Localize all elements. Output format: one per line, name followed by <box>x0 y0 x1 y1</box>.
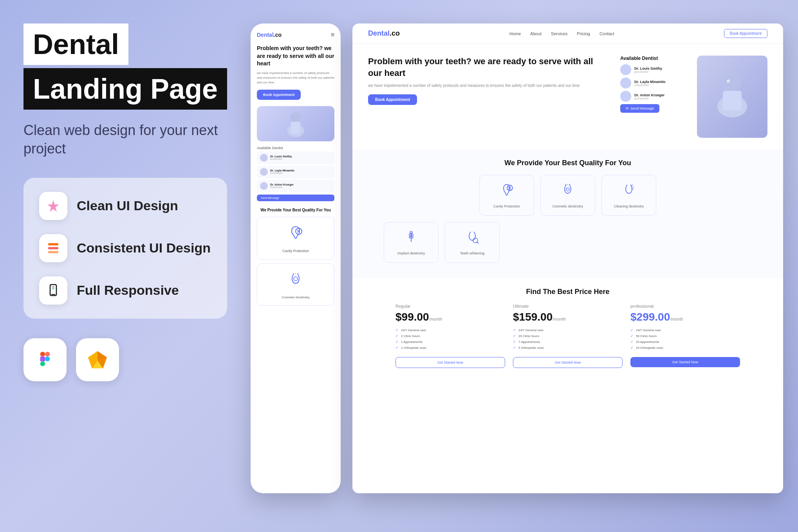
desk-service-cavity: Cavity Protection <box>479 175 534 216</box>
desk-price-amount-ultimate: $159.00/month <box>513 311 623 323</box>
svg-rect-10 <box>40 356 45 361</box>
desk-get-btn-regular[interactable]: Get Started Now <box>395 357 505 368</box>
left-section: Dental Landing Page Clean web design for… <box>23 23 251 381</box>
desk-service-whitening: Teeth whitening <box>445 222 500 263</box>
desk-feature-2-4: ✓5 Orthopedic scan <box>513 346 623 350</box>
tool-icons <box>23 338 251 381</box>
desk-doc-row-2: Dr. Layla Minamito orthodontist <box>620 78 691 88</box>
desk-price-row: Regular $99.00/month ✓24/7 General care … <box>368 304 767 368</box>
desk-quality-title: We Provide Your Best Quality For You <box>368 159 767 167</box>
desk-doc-info-3: Dr. Anton Krueger periodontist <box>634 93 664 100</box>
desk-hero: Problem with your teeth? we are ready to… <box>352 44 783 150</box>
svg-rect-8 <box>40 352 45 356</box>
svg-rect-7 <box>52 289 54 289</box>
mob-book-btn[interactable]: Book Appointment <box>257 90 301 100</box>
desk-price-professional: professional $299.00/month ✓24/7 General… <box>630 304 740 368</box>
desk-feature-3-2: ✓50 Clinic hours <box>630 334 740 338</box>
features-card: Clean UI Design Consistent UI Design <box>23 178 227 319</box>
desk-feature-1-1: ✓24/7 General care <box>395 328 505 332</box>
desk-service-cleaning: Cleaning destinstry <box>601 175 656 216</box>
desk-hero-right: Available Dentist Dr. Louis Smithy perio… <box>620 56 767 138</box>
sketch-icon-box <box>76 338 119 381</box>
svg-point-23 <box>294 277 298 281</box>
desk-book-btn[interactable]: Book Appointment <box>368 94 417 105</box>
mob-doc-info-1: Dr. Louis Smithy periodontist <box>270 155 292 160</box>
mob-doc-info-2: Dr. Layla Minamito orthodontist <box>270 169 294 174</box>
svg-rect-1 <box>48 247 58 249</box>
desk-cavity-icon <box>499 182 515 201</box>
mob-send-btn[interactable]: Send Message <box>257 195 334 201</box>
desk-quality-section: We Provide Your Best Quality For You Cav… <box>352 150 783 278</box>
desk-nav-links: Home About Services Pricing Contact <box>509 31 614 36</box>
desk-send-btn[interactable]: ✉ Send Message <box>620 104 659 113</box>
svg-rect-5 <box>52 286 54 287</box>
mob-cavity-icon <box>286 224 305 246</box>
desk-feature-3-3: ✓23 Appointments <box>630 340 740 344</box>
desk-feature-3-1: ✓24/7 General care <box>630 328 740 332</box>
desk-feature-3-4: ✓15 Orthopedic scan <box>630 346 740 350</box>
svg-point-34 <box>473 238 478 243</box>
feature-item-clean-ui: Clean UI Design <box>39 192 211 220</box>
desk-services-row-2: Implant destinstry Teeth whitening <box>368 222 767 263</box>
desk-feature-1-3: ✓1 Appointments <box>395 340 505 344</box>
desk-doc-avatar-2 <box>620 78 631 88</box>
desk-doc-row-1: Dr. Louis Smithy periodontist <box>620 64 691 75</box>
desk-pricing-section: Find The Best Price Here Regular $99.00/… <box>352 278 783 377</box>
mob-doc-row-2: Dr. Layla Minamito orthodontist <box>257 166 334 178</box>
title-landing-page: Landing Page <box>23 68 227 110</box>
desk-price-ultimate: Ultimate $159.00/month ✓24/7 General car… <box>513 304 623 368</box>
mob-cavity-name: Cavity Protection <box>282 249 309 253</box>
desk-logo: Dental.co <box>368 29 400 38</box>
desk-feature-2-1: ✓24/7 General care <box>513 328 623 332</box>
feature-item-consistent-ui: Consistent UI Design <box>39 234 211 262</box>
svg-rect-11 <box>40 361 45 366</box>
mob-service-cavity: Cavity Protection <box>257 217 334 260</box>
mob-logo: Dental.co <box>257 32 282 38</box>
svg-point-24 <box>724 74 741 92</box>
svg-point-19 <box>290 112 301 123</box>
desk-cosmetic-icon <box>560 182 576 201</box>
desk-hero-left: Problem with your teeth? we are ready to… <box>368 56 608 105</box>
desk-doc-avatar-3 <box>620 91 631 102</box>
desk-get-btn-ultimate[interactable]: Get Started Now <box>513 357 623 368</box>
subtitle: Clean web design for your next project <box>23 121 251 158</box>
desk-avail-title: Available Dentist <box>620 56 691 61</box>
desk-nav: Dental.co Home About Services Pricing Co… <box>352 23 783 44</box>
desk-doc-avatar-1 <box>620 64 631 75</box>
desk-cleaning-icon <box>621 182 637 201</box>
svg-line-35 <box>477 242 478 243</box>
desk-available-panel: Available Dentist Dr. Louis Smithy perio… <box>620 56 691 138</box>
mob-doc-info-3: Dr. Anton Krueger periodontist <box>270 183 294 188</box>
svg-rect-21 <box>291 122 300 133</box>
clean-ui-icon <box>39 192 67 220</box>
svg-rect-9 <box>45 352 50 356</box>
desk-doc-info-1: Dr. Louis Smithy periodontist <box>634 67 662 73</box>
consistent-ui-label: Consistent UI Design <box>77 240 211 256</box>
svg-rect-6 <box>52 287 54 288</box>
desk-get-btn-professional[interactable]: Get Started Now <box>630 357 740 367</box>
desk-price-amount-professional: $299.00/month <box>630 311 740 323</box>
desk-dentist-image <box>697 56 767 138</box>
mob-doc-row-1: Dr. Louis Smithy periodontist <box>257 151 334 164</box>
desk-feature-2-2: ✓20 Clinic hours <box>513 334 623 338</box>
mob-header: Dental.co ≡ <box>257 31 334 38</box>
desk-doc-info-2: Dr. Layla Minamito orthodontist <box>634 80 666 87</box>
desk-service-implant: Implant destinstry <box>384 222 439 263</box>
svg-rect-0 <box>48 243 58 245</box>
desk-pricing-title: Find The Best Price Here <box>368 288 767 296</box>
desk-feature-1-4: ✓1 Orthopedic scan <box>395 346 505 350</box>
desk-implant-icon <box>403 229 419 248</box>
desk-hero-title: Problem with your teeth? we are ready to… <box>368 56 608 79</box>
desk-price-regular: Regular $99.00/month ✓24/7 General care … <box>395 304 505 368</box>
figma-icon-box <box>23 338 67 381</box>
svg-rect-4 <box>51 294 55 295</box>
mob-hero-text: we have impelemented a number of safety … <box>257 71 334 85</box>
desk-service-cosmetic: Cosmetic destinstry <box>540 175 595 216</box>
desk-whitening-icon <box>464 229 480 248</box>
desk-doc-row-3: Dr. Anton Krueger periodontist <box>620 91 691 102</box>
desk-book-appointment-nav-btn[interactable]: Book Appointment <box>724 29 767 38</box>
mob-hero-title: Problem with your teeth? we are ready to… <box>257 45 334 68</box>
svg-point-12 <box>45 356 50 361</box>
clean-ui-label: Clean UI Design <box>77 198 178 213</box>
mob-doc-row-3: Dr. Anton Krueger periodontist <box>257 180 334 192</box>
